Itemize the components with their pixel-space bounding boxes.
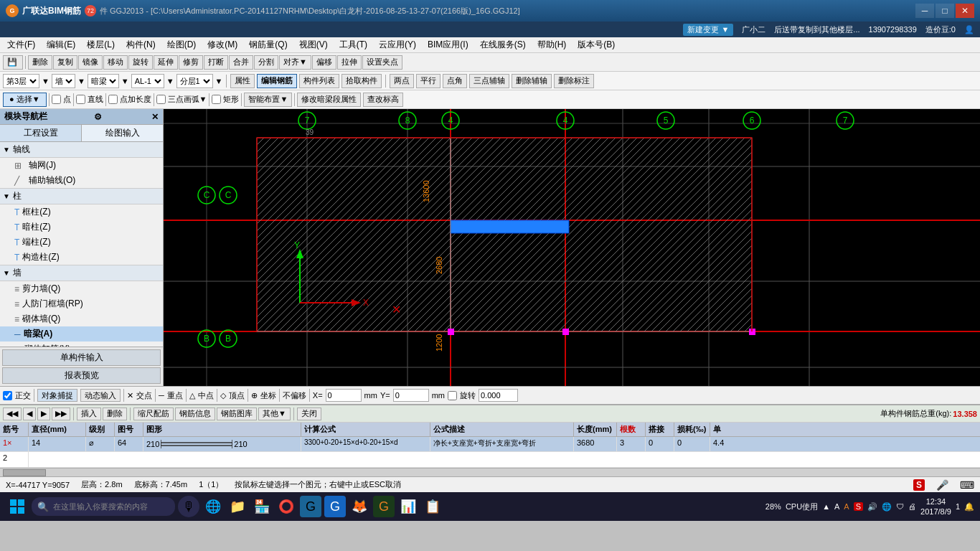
btn-stretch[interactable]: 拉伸 [337, 55, 362, 70]
btn-next[interactable]: ▶ [37, 408, 50, 420]
arc-check[interactable] [156, 95, 166, 104]
menu-item-modify[interactable]: 修改(M) [202, 37, 243, 52]
taskbar-explorer[interactable]: 📁 [227, 496, 248, 517]
speaker-icon[interactable]: 🔊 [867, 502, 877, 512]
start-btn[interactable] [6, 495, 29, 518]
btn-insert[interactable]: 插入 [77, 408, 101, 420]
btn-delete-row[interactable]: 删除 [103, 408, 127, 420]
btn-obj-snap[interactable]: 对象捕捉 [37, 389, 77, 402]
btn-first[interactable]: ◀◀ [3, 408, 22, 420]
nav-column-header[interactable]: ▼ 柱 [0, 188, 163, 204]
menu-item-view[interactable]: 视图(V) [293, 37, 334, 52]
taskbar-firefox[interactable]: 🦊 [349, 496, 370, 517]
maximize-btn[interactable]: □ [936, 4, 954, 18]
menu-item-help[interactable]: 帮助(H) [532, 37, 573, 52]
keyboard-icon[interactable]: ⌨ [960, 479, 974, 491]
btn-close-rebar[interactable]: 关闭 [297, 408, 321, 420]
nav-wall-header[interactable]: ▼ 墙 [0, 265, 163, 281]
btn-align[interactable]: 对齐▼ [279, 55, 311, 70]
table-row[interactable]: 2 [0, 452, 980, 468]
cell-fig[interactable]: 64 [115, 437, 143, 451]
btn-grip[interactable]: 设置夹点 [362, 55, 402, 70]
btn-two-point[interactable]: 两点 [390, 74, 414, 88]
drawing-canvas[interactable]: 7 8 4 4 5 6 7 C C B B [164, 109, 980, 386]
y-input[interactable] [393, 389, 429, 402]
btn-change-elev[interactable]: 查改标高 [363, 93, 403, 107]
nav-item-aux-axis[interactable]: ╱ 辅助轴线(O) [0, 173, 163, 188]
nav-settings-btn[interactable]: ⚙ [94, 112, 102, 122]
btn-mod-beam-attr[interactable]: 修改暗梁段属性 [297, 93, 361, 107]
btn-last[interactable]: ▶▶ [52, 408, 70, 420]
menu-item-version[interactable]: 版本号(B) [572, 37, 621, 52]
nav-item-masonry-wall[interactable]: ≡ 砌体墙(Q) [0, 311, 163, 326]
btn-edit-rebar[interactable]: 编辑钢筋 [257, 74, 297, 88]
menu-item-online[interactable]: 在线服务(S) [474, 37, 532, 52]
nav-btn-engineering[interactable]: 工程设置 [0, 125, 82, 141]
nav-item-struct-col[interactable]: T 构造柱(Z) [0, 250, 163, 265]
h-scrollbar[interactable] [0, 468, 980, 476]
btn-prev[interactable]: ◀ [23, 408, 36, 420]
scrollbar-thumb[interactable] [3, 469, 46, 476]
taskbar-app3[interactable]: G [373, 496, 395, 517]
element-select[interactable]: 暗梁 [88, 74, 119, 88]
btn-move[interactable]: 移动 [103, 55, 128, 70]
taskbar-app2[interactable]: G [324, 496, 346, 517]
btn-split[interactable]: 分割 [254, 55, 278, 70]
btn-merge[interactable]: 合并 [229, 55, 253, 70]
point-len-check[interactable] [108, 95, 118, 104]
btn-report[interactable]: 报表预览 [2, 367, 161, 384]
rotate-input[interactable] [479, 389, 518, 402]
taskbar-app4[interactable]: 📊 [397, 496, 419, 517]
close-btn[interactable]: ✕ [956, 4, 974, 18]
cell-len[interactable]: 3680 [574, 437, 617, 451]
taskbar-cortana[interactable]: 🎙 [178, 496, 199, 517]
cell-loss[interactable]: 0 [674, 437, 710, 451]
btn-del-mark[interactable]: 删除标注 [554, 74, 594, 88]
btn-select[interactable]: ● 选择▼ [3, 93, 47, 107]
cell-formula[interactable]: 3300+0-20+15×d+0-20+15×d [301, 437, 430, 451]
btn-mirror[interactable]: 镜像 [78, 55, 103, 70]
menu-item-rebar[interactable]: 钢筋量(Q) [243, 37, 293, 52]
nav-axis-header[interactable]: ▼ 轴线 [0, 142, 163, 158]
btn-copy[interactable]: 复制 [53, 55, 77, 70]
btn-property[interactable]: 属性 [230, 74, 255, 88]
line-check[interactable] [76, 95, 85, 104]
x-input[interactable] [326, 389, 362, 402]
nav-item-shear-wall[interactable]: ≡ 剪力墙(Q) [0, 281, 163, 296]
btn-three-aux[interactable]: 三点辅轴 [469, 74, 509, 88]
btn-break[interactable]: 打断 [204, 55, 228, 70]
rotate-check[interactable] [448, 391, 457, 400]
btn-other[interactable]: 其他▼ [258, 408, 291, 420]
sogo-icon[interactable]: S [854, 502, 863, 511]
nav-item-grid[interactable]: ⊞ 轴网(J) [0, 158, 163, 173]
btn-smart[interactable]: 智能布置▼ [244, 93, 292, 107]
rect-check[interactable] [212, 95, 221, 104]
nav-btn-draw[interactable]: 绘图输入 [82, 125, 163, 141]
taskbar-app1[interactable]: G [300, 496, 321, 517]
btn-scale-rebar[interactable]: 缩尺配筋 [133, 408, 174, 420]
menu-item-bim[interactable]: BIM应用(I) [422, 37, 474, 52]
nav-item-civil-wall[interactable]: ≡ 人防门框墙(RP) [0, 296, 163, 311]
btn-extend[interactable]: 延伸 [154, 55, 178, 70]
cell-lap[interactable]: 0 [646, 437, 674, 451]
nav-close-btn[interactable]: ✕ [151, 112, 159, 122]
menu-item-element[interactable]: 构件(N) [121, 37, 161, 52]
btn-rebar-info[interactable]: 钢筋信息 [175, 408, 215, 420]
taskbar-store[interactable]: 🏪 [251, 496, 273, 517]
menu-item-file[interactable]: 文件(F) [1, 37, 41, 52]
toolbar-new-change[interactable]: 💾 [3, 55, 23, 70]
btn-dyn-input[interactable]: 动态输入 [80, 389, 121, 402]
clock-date[interactable]: 12:34 2017/8/9 [920, 496, 951, 517]
btn-trim[interactable]: 修剪 [179, 55, 203, 70]
nav-item-hidden-col[interactable]: T 暗柱(Z) [0, 220, 163, 235]
table-row[interactable]: 1× 14 ⌀ 64 210 210 3300+0-20+15×d+0-20+1… [0, 437, 980, 452]
new-change-btn[interactable]: 新建变更 ▼ [683, 24, 733, 36]
btn-single-element[interactable]: 单构件输入 [2, 349, 161, 366]
btn-del-aux[interactable]: 删除辅轴 [512, 74, 552, 88]
nav-item-frame-col[interactable]: T 框柱(Z) [0, 204, 163, 220]
cell-unit[interactable]: 4.4 [710, 437, 739, 451]
minimize-btn[interactable]: ─ [915, 4, 934, 18]
network-icon[interactable]: 🌐 [882, 502, 892, 512]
shield-icon[interactable]: 🛡 [896, 502, 904, 511]
cell-name[interactable]: 14 [29, 437, 86, 451]
